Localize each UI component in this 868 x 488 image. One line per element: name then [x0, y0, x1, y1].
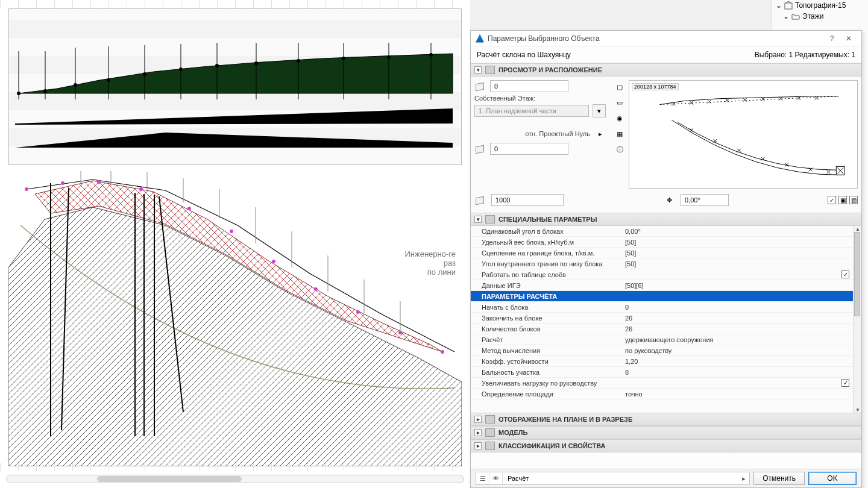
- svg-marker-26: [15, 133, 453, 148]
- svg-point-16: [107, 78, 110, 82]
- param-value[interactable]: [50]: [625, 249, 835, 257]
- preview-pane[interactable]: 200123 x 107784: [629, 80, 858, 189]
- param-value[interactable]: 0,00°: [625, 228, 835, 235]
- param-value[interactable]: 1,20: [625, 358, 835, 365]
- section-header-special[interactable]: ▾ СПЕЦИАЛЬНЫЕ ПАРАМЕТРЫ: [471, 213, 861, 226]
- view-render-icon[interactable]: ▦: [613, 127, 626, 140]
- param-value[interactable]: 0: [625, 304, 835, 311]
- elevation-top-input[interactable]: [490, 80, 568, 92]
- param-value[interactable]: точно: [625, 390, 835, 398]
- chevron-right-icon[interactable]: ▸: [738, 475, 749, 483]
- horizontal-scrollbar[interactable]: [6, 475, 464, 483]
- disclosure-toggle-icon[interactable]: ▾: [474, 216, 482, 223]
- param-row[interactable]: Метод вычисленияпо руководству: [471, 345, 853, 356]
- toggle-c[interactable]: ▧: [849, 196, 858, 204]
- param-row[interactable]: Определение площадиточно: [471, 389, 853, 399]
- param-scrollbar-thumb[interactable]: [854, 232, 860, 316]
- param-row[interactable]: Расчётудерживающего сооружения: [471, 334, 853, 345]
- angle-icon: ✥: [662, 193, 676, 207]
- folder-icon: [791, 12, 800, 20]
- section-header-classification[interactable]: ▸ КЛАССИФИКАЦИЯ И СВОЙСТВА: [471, 439, 861, 452]
- param-name: Увеличивать нагрузку по руководству: [482, 380, 625, 387]
- disclosure-toggle-icon[interactable]: ▸: [474, 442, 482, 449]
- param-name: Угол внутреннего трения по низу блока: [482, 260, 625, 267]
- param-row[interactable]: Увеличивать нагрузку по руководству: [471, 378, 853, 389]
- param-value[interactable]: 26: [625, 314, 835, 322]
- angle-input[interactable]: [681, 194, 729, 206]
- param-value[interactable]: 8: [625, 369, 835, 376]
- geology-view[interactable]: Инженерно-ге раз по лини: [8, 171, 462, 466]
- preview-dimensions: 200123 x 107784: [632, 83, 679, 90]
- section-icon: [485, 66, 495, 74]
- close-button[interactable]: ✕: [841, 33, 857, 44]
- param-row[interactable]: Данные ИГЭ[50][6]: [471, 280, 853, 291]
- cancel-button[interactable]: Отменить: [753, 472, 805, 485]
- param-row[interactable]: Угол внутреннего трения по низу блока[50…: [471, 258, 853, 269]
- param-value[interactable]: удерживающего сооружения: [625, 336, 835, 343]
- param-name: Сцепление на границе блока, т/кв.м.: [482, 249, 625, 257]
- view-elev-icon[interactable]: ▭: [613, 96, 626, 109]
- nav-node-topography[interactable]: ⌄ Топография-15: [772, 0, 868, 11]
- dropdown-arrow-icon[interactable]: ▾: [593, 104, 606, 117]
- horizontal-ruler-top: [0, 0, 470, 8]
- disclosure-toggle-icon[interactable]: ▸: [474, 429, 482, 436]
- param-row[interactable]: Сцепление на границе блока, т/кв.м.[50]: [471, 248, 853, 258]
- elevation-bottom-input[interactable]: [490, 143, 568, 155]
- param-row[interactable]: Бальность участка8: [471, 367, 853, 378]
- view-2d-icon[interactable]: ▢: [613, 80, 626, 93]
- nav-label-topography: Топография-15: [795, 1, 846, 10]
- parameter-list[interactable]: Одинаковый угол в блоках0,00°Удельный ве…: [471, 226, 853, 413]
- section-header-preview[interactable]: ▾ ПРОСМОТР И РАСПОЛОЖЕНИЕ: [471, 63, 861, 77]
- own-story-select[interactable]: [474, 105, 589, 117]
- param-row[interactable]: Количество блоков26: [471, 324, 853, 334]
- svg-marker-0: [19, 54, 453, 93]
- param-checkbox[interactable]: [841, 271, 849, 278]
- section-header-model[interactable]: ▸ МОДЕЛЬ: [471, 426, 861, 439]
- param-row[interactable]: Закончить на блоке26: [471, 313, 853, 324]
- info-icon[interactable]: ⓘ: [613, 143, 626, 156]
- dialog-titlebar[interactable]: Параметры Выбранного Объекта ? ✕: [471, 31, 861, 46]
- param-ctrl: [835, 271, 853, 278]
- param-value[interactable]: по руководству: [625, 347, 835, 354]
- param-row[interactable]: Коэфф. устойчивости1,20: [471, 356, 853, 367]
- geology-svg: [8, 171, 462, 466]
- param-row[interactable]: Удельный вес блока, кН/куб.м[50]: [471, 237, 853, 248]
- toggle-a[interactable]: [828, 196, 836, 204]
- scroll-down-icon[interactable]: ▼: [855, 407, 861, 413]
- annot-line3: по лини: [404, 267, 456, 277]
- param-row[interactable]: Одинаковый угол в блоках0,00°: [471, 226, 853, 237]
- section-header-display[interactable]: ▸ ОТОБРАЖЕНИЕ НА ПЛАНЕ И В РАЗРЕЗЕ: [471, 413, 861, 426]
- param-value[interactable]: 26: [625, 325, 835, 333]
- toggle-b[interactable]: ▣: [838, 196, 847, 204]
- param-name: Количество блоков: [482, 325, 625, 333]
- rel-zero-label: отн. Проектный Нуль: [525, 130, 590, 137]
- param-group-header: ПАРАМЕТРЫ РАСЧЁТА: [471, 291, 853, 302]
- ok-button[interactable]: OK: [808, 472, 857, 485]
- view-3d-icon[interactable]: ◉: [613, 111, 626, 125]
- param-name: Коэфф. устойчивости: [482, 358, 625, 365]
- scroll-up-icon[interactable]: ▲: [855, 226, 861, 232]
- scale-icon: [474, 195, 486, 205]
- section-view-upper[interactable]: [8, 8, 462, 165]
- drawing-canvas[interactable]: Инженерно-ге раз по лини: [0, 0, 470, 488]
- param-vertical-scrollbar[interactable]: ▲ ▼: [853, 226, 861, 413]
- orientation-toggles: ▣ ▧: [828, 196, 858, 204]
- layer-selector[interactable]: ☰ 👁 Расчёт ▸: [476, 472, 750, 485]
- param-value[interactable]: [50][6]: [625, 282, 835, 289]
- nav-node-stories[interactable]: ⌄ Этажи: [772, 11, 868, 22]
- param-row[interactable]: Работать по таблице слоёв: [471, 269, 853, 280]
- section-title-classification: КЛАССИФИКАЦИЯ И СВОЙСТВА: [498, 442, 606, 449]
- param-value[interactable]: [50]: [625, 239, 835, 246]
- param-row[interactable]: Начать с блока0: [471, 302, 853, 313]
- scale-input[interactable]: [491, 194, 564, 206]
- param-value[interactable]: [50]: [625, 260, 835, 267]
- help-button[interactable]: ?: [824, 33, 840, 44]
- horizontal-ruler-bottom: [0, 463, 470, 471]
- disclosure-toggle-icon[interactable]: ▾: [474, 66, 482, 74]
- app-logo-icon: [476, 34, 484, 43]
- horizontal-scrollbar-thumb[interactable]: [97, 476, 242, 482]
- svg-point-33: [187, 207, 191, 210]
- param-checkbox[interactable]: [841, 379, 849, 387]
- chevron-right-icon[interactable]: ▸: [594, 127, 607, 140]
- disclosure-toggle-icon[interactable]: ▸: [474, 416, 482, 423]
